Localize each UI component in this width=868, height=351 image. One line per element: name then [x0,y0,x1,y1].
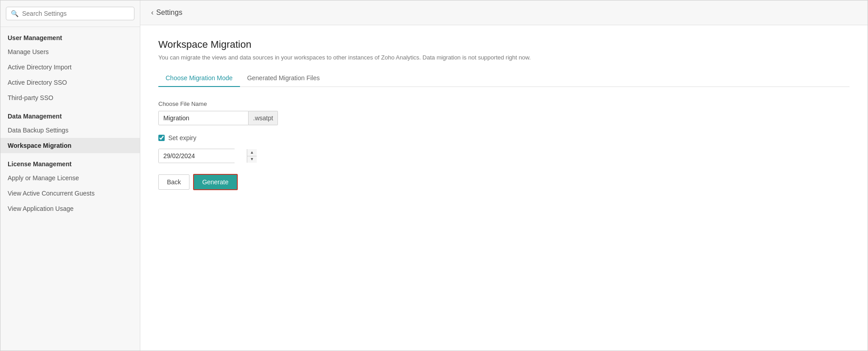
search-input-container[interactable]: 🔍 [6,7,134,20]
sidebar-item-view-application-usage[interactable]: View Application Usage [0,201,140,216]
section-title-license-management: License Management [8,160,133,168]
set-expiry-label: Set expiry [168,134,196,141]
date-spinner: ▲ ▼ [247,149,257,163]
app-container: 🔍 User Management Manage Users Active Di… [0,0,868,351]
top-bar: ‹ Settings [140,0,868,25]
file-name-label: Choose File Name [158,100,384,107]
sidebar-item-manage-users[interactable]: Manage Users [0,44,140,59]
expiry-row: Set expiry [158,134,384,141]
date-input[interactable] [159,149,247,163]
date-spinner-up[interactable]: ▲ [247,149,257,156]
section-license-management: License Management [0,153,140,170]
tab-bar: Choose Migration Mode Generated Migratio… [158,70,850,87]
search-bar-wrapper: 🔍 [0,0,140,27]
sidebar-item-third-party-sso[interactable]: Third-party SSO [0,90,140,105]
tab-choose-migration-mode[interactable]: Choose Migration Mode [158,70,240,87]
generate-button[interactable]: Generate [193,174,237,190]
button-row: Back Generate [158,174,384,190]
file-name-input[interactable] [158,111,249,125]
back-button[interactable]: Back [158,174,189,190]
file-name-row: .wsatpt [158,111,384,125]
sidebar-item-apply-manage-license[interactable]: Apply or Manage License [0,170,140,186]
back-label: Settings [156,9,182,17]
sidebar-item-active-directory-sso[interactable]: Active Directory SSO [0,75,140,90]
page-description: You can migrate the views and data sourc… [158,54,850,61]
section-title-data-management: Data Management [8,113,133,120]
search-icon: 🔍 [11,10,18,17]
page-body: Workspace Migration You can migrate the … [140,25,868,351]
date-spinner-down[interactable]: ▼ [247,156,257,163]
section-user-management: User Management [0,27,140,44]
sidebar-item-view-active-concurrent-guests[interactable]: View Active Concurrent Guests [0,186,140,201]
sidebar-item-data-backup-settings[interactable]: Data Backup Settings [0,123,140,138]
sidebar-item-workspace-migration[interactable]: Workspace Migration [0,138,140,153]
section-title-user-management: User Management [8,34,133,41]
section-data-management: Data Management [0,105,140,123]
tab-generated-migration-files[interactable]: Generated Migration Files [240,70,327,87]
back-link[interactable]: ‹ Settings [151,9,182,17]
file-extension-label: .wsatpt [249,111,278,125]
form-section: Choose File Name .wsatpt Set expiry ▲ ▼ [158,100,384,190]
set-expiry-checkbox[interactable] [158,135,165,141]
sidebar-item-active-directory-import[interactable]: Active Directory Import [0,59,140,75]
main-content: ‹ Settings Workspace Migration You can m… [140,0,868,351]
date-picker-wrapper: ▲ ▼ [158,149,235,163]
search-input[interactable] [22,10,129,17]
sidebar: 🔍 User Management Manage Users Active Di… [0,0,140,351]
page-title: Workspace Migration [158,39,850,50]
back-chevron-icon: ‹ [151,9,153,17]
